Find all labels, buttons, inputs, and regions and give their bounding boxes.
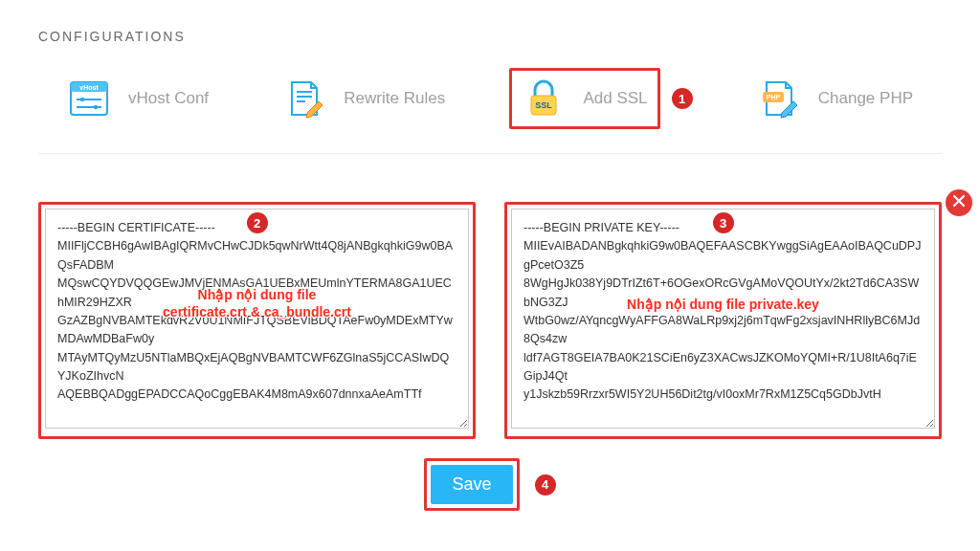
document-edit-icon [282,77,326,121]
svg-text:SSL: SSL [536,100,553,110]
tab-change-php[interactable]: PHP Change PHP [747,71,923,126]
private-key-textarea[interactable] [511,209,935,429]
save-button[interactable]: Save [431,465,512,504]
certificate-textarea[interactable] [45,209,469,429]
config-tabs: vHost vHost Conf Rewrite Rules [38,68,942,154]
private-key-field-wrap: 3 Nhập nội dung file private.key [504,202,942,439]
svg-point-6 [94,105,98,109]
save-row: Save 4 [38,458,942,511]
close-icon [952,194,966,211]
tab-add-ssl[interactable]: SSL Add SSL [509,68,659,129]
tab-ssl-label: Add SSL [583,89,647,108]
php-document-icon: PHP [757,77,801,121]
tab-vhost-conf[interactable]: vHost vHost Conf [57,71,218,126]
svg-point-4 [80,98,84,101]
vhost-icon: vHost [67,77,111,121]
svg-text:PHP: PHP [767,94,781,100]
certificate-field-wrap: 2 Nhập nội dung file certificate.crt & c… [38,202,476,439]
tab-php-label: Change PHP [818,89,913,108]
close-button[interactable] [946,189,972,216]
step-marker-3: 3 [713,212,734,233]
step-marker-1: 1 [672,88,693,109]
step-marker-2: 2 [247,212,268,233]
step-marker-4: 4 [535,474,556,496]
page-title: CONFIGURATIONS [38,29,942,44]
save-highlight-box: Save [424,458,519,511]
tab-rewrite-label: Rewrite Rules [344,89,445,108]
ssl-fields: 2 Nhập nội dung file certificate.crt & c… [38,202,942,439]
svg-text:vHost: vHost [79,84,99,91]
tab-vhost-label: vHost Conf [128,89,209,108]
tab-rewrite-rules[interactable]: Rewrite Rules [273,71,455,126]
ssl-lock-icon: SSL [522,77,566,121]
